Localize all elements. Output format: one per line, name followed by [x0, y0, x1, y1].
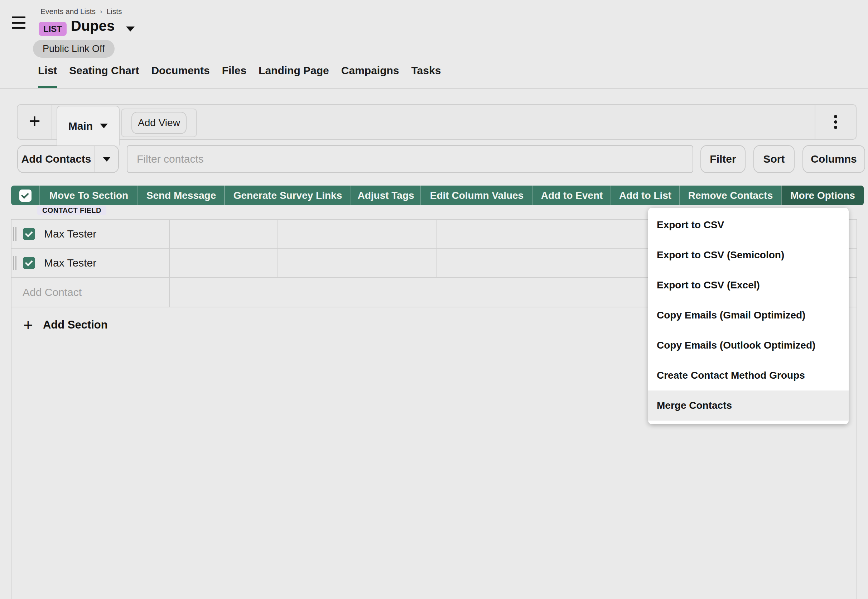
public-link-status-badge[interactable]: Public Link Off: [33, 40, 114, 58]
checkbox-checked-icon: [20, 190, 32, 202]
breadcrumb-separator: ›: [100, 8, 102, 15]
menu-item-create-contact-method-groups[interactable]: Create Contact Method Groups: [648, 360, 848, 390]
bulk-action-bar: Move To Section Send Message Generate Su…: [11, 185, 864, 205]
select-all-checkbox[interactable]: [11, 185, 39, 205]
row-checkbox-checked[interactable]: [23, 257, 35, 269]
chevron-down-icon: [100, 123, 108, 128]
empty-cell[interactable]: [170, 248, 278, 277]
action-edit-column-values[interactable]: Edit Column Values: [420, 185, 533, 205]
view-overflow-menu-button[interactable]: [815, 105, 856, 139]
menu-item-export-csv-excel[interactable]: Export to CSV (Excel): [648, 270, 848, 300]
breadcrumb-lists[interactable]: Lists: [107, 7, 122, 16]
sort-button[interactable]: Sort: [754, 145, 794, 173]
plus-icon: +: [23, 317, 33, 333]
action-more-options[interactable]: More Options: [781, 185, 864, 205]
hamburger-menu-icon[interactable]: [12, 17, 26, 29]
add-section-label: Add Section: [43, 319, 108, 331]
list-type-badge: LIST: [39, 22, 67, 36]
tab-landing-page[interactable]: Landing Page: [258, 65, 329, 89]
filter-button[interactable]: Filter: [700, 145, 746, 173]
add-contact-cell[interactable]: Add Contact: [12, 278, 170, 307]
tab-list[interactable]: List: [38, 65, 57, 89]
add-contact-placeholder: Add Contact: [23, 286, 82, 298]
menu-item-copy-emails-gmail[interactable]: Copy Emails (Gmail Optimized): [648, 300, 848, 330]
page-title: Dupes: [71, 18, 114, 34]
action-add-to-list[interactable]: Add to List: [611, 185, 679, 205]
chevron-down-icon: [103, 157, 111, 161]
action-add-to-event[interactable]: Add to Event: [533, 185, 611, 205]
empty-cell[interactable]: [170, 220, 278, 248]
view-tab-main-label: Main: [68, 120, 93, 132]
contact-name-cell[interactable]: Max Tester: [12, 248, 170, 277]
contact-name: Max Tester: [44, 257, 96, 269]
header-divider: [0, 88, 868, 89]
add-contacts-button[interactable]: Add Contacts: [18, 146, 95, 172]
row-checkbox-checked[interactable]: [23, 228, 35, 240]
action-send-message[interactable]: Send Message: [138, 185, 224, 205]
kebab-vertical-icon: [834, 115, 837, 129]
add-contacts-dropdown-button[interactable]: [95, 146, 118, 172]
breadcrumb: Events and Lists › Lists: [41, 7, 122, 16]
columns-button[interactable]: Columns: [802, 145, 865, 173]
empty-cell[interactable]: [278, 248, 437, 277]
more-options-menu: Export to CSV Export to CSV (Semicolon) …: [648, 208, 848, 424]
title-dropdown-caret-icon[interactable]: [126, 27, 135, 32]
view-tab-main[interactable]: Main: [57, 106, 120, 146]
drag-handle-icon[interactable]: [13, 256, 17, 270]
tab-tasks[interactable]: Tasks: [411, 65, 441, 89]
tab-files[interactable]: Files: [222, 65, 246, 89]
contact-name-cell[interactable]: Max Tester: [12, 220, 170, 248]
add-contacts-split-button: Add Contacts: [17, 145, 119, 173]
action-remove-contacts[interactable]: Remove Contacts: [679, 185, 781, 205]
menu-item-export-csv[interactable]: Export to CSV: [648, 210, 848, 240]
filter-contacts-input[interactable]: [127, 145, 693, 173]
empty-cell[interactable]: [278, 220, 437, 248]
menu-item-copy-emails-outlook[interactable]: Copy Emails (Outlook Optimized): [648, 330, 848, 360]
menu-item-export-csv-semicolon[interactable]: Export to CSV (Semicolon): [648, 240, 848, 270]
plus-icon: +: [29, 111, 41, 131]
action-move-to-section[interactable]: Move To Section: [39, 185, 138, 205]
drag-handle-icon[interactable]: [13, 227, 17, 241]
view-tabs-bar: + Main Add View: [17, 104, 856, 140]
tab-campaigns[interactable]: Campaigns: [341, 65, 399, 89]
add-view-tab-button[interactable]: +: [18, 105, 52, 139]
add-view-cell: Add View: [121, 108, 197, 137]
add-view-button[interactable]: Add View: [131, 112, 186, 134]
action-generate-survey-links[interactable]: Generate Survey Links: [224, 185, 351, 205]
menu-item-merge-contacts[interactable]: Merge Contacts: [648, 390, 848, 421]
page-tabs: List Seating Chart Documents Files Landi…: [38, 65, 441, 89]
tab-seating-chart[interactable]: Seating Chart: [69, 65, 139, 89]
tab-documents[interactable]: Documents: [151, 65, 209, 89]
breadcrumb-events-and-lists[interactable]: Events and Lists: [41, 7, 96, 16]
action-adjust-tags[interactable]: Adjust Tags: [351, 185, 420, 205]
column-header-contact-field[interactable]: CONTACT FIELD: [37, 206, 107, 215]
contact-name: Max Tester: [44, 228, 96, 240]
